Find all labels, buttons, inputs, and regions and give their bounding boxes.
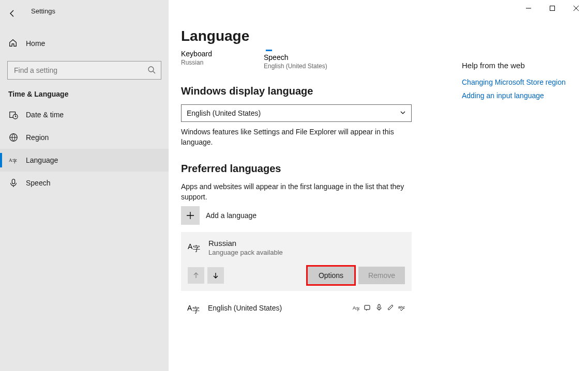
svg-text:字: 字: [356, 307, 360, 311]
nav-label: Speech: [26, 179, 50, 187]
display-language-desc: Windows features like Settings and File …: [181, 127, 409, 147]
summary-label: Speech: [264, 53, 327, 61]
svg-text:字: 字: [193, 244, 200, 253]
svg-text:A: A: [9, 158, 12, 163]
options-button[interactable]: Options: [308, 267, 354, 284]
speech-feature-icon: [375, 304, 383, 313]
svg-rect-7: [12, 179, 14, 184]
preferred-languages-desc: Apps and websites will appear in the fir…: [181, 182, 409, 202]
add-language-button[interactable]: Add a language: [181, 206, 576, 225]
svg-point-0: [148, 67, 154, 72]
language-feature-icons: A字 abc: [353, 304, 405, 313]
language-glyph-icon: A字: [188, 240, 202, 254]
nav-label: Date & time: [26, 111, 64, 119]
microphone-icon: [8, 178, 19, 188]
svg-rect-9: [550, 6, 555, 11]
sidebar-item-language[interactable]: A字 Language: [0, 149, 169, 172]
language-name: Russian: [208, 239, 283, 248]
svg-line-1: [153, 71, 155, 73]
spellcheck-feature-icon: abc: [398, 304, 405, 313]
search-box[interactable]: [7, 61, 161, 80]
summary-label: Keyboard: [181, 50, 243, 58]
search-icon: [147, 66, 156, 75]
svg-text:字: 字: [192, 306, 200, 314]
svg-text:字: 字: [12, 159, 17, 164]
help-heading: Help from the web: [462, 61, 576, 70]
display-language-select[interactable]: English (United States): [181, 104, 412, 122]
sidebar-home[interactable]: Home: [0, 32, 169, 55]
close-button[interactable]: [564, 0, 588, 17]
svg-rect-17: [378, 304, 380, 308]
language-item-english-us[interactable]: A字 English (United States) A字 abc: [181, 296, 412, 320]
search-input[interactable]: [13, 66, 147, 75]
sidebar-item-date-time[interactable]: Date & time: [0, 103, 169, 126]
move-up-button[interactable]: [188, 267, 204, 284]
help-link-store-region[interactable]: Changing Microsoft Store region: [462, 78, 576, 86]
summary-keyboard[interactable]: Keyboard Russian: [181, 50, 243, 70]
language-glyph-icon: A字: [187, 301, 202, 316]
preferred-languages-heading: Preferred languages: [181, 163, 576, 175]
display-language-value: English (United States): [187, 109, 261, 117]
svg-text:abc: abc: [398, 305, 405, 310]
window-title: Settings: [31, 7, 55, 15]
tts-feature-icon: [364, 304, 371, 313]
back-button[interactable]: [0, 5, 25, 22]
sidebar-section: Time & Language: [0, 80, 169, 103]
calendar-clock-icon: [8, 110, 19, 119]
chevron-down-icon: [400, 109, 406, 117]
sidebar-home-label: Home: [26, 39, 45, 48]
move-down-button[interactable]: [207, 267, 224, 284]
add-language-label: Add a language: [206, 211, 257, 220]
speech-indicator: [266, 50, 272, 51]
help-link-input-language[interactable]: Adding an input language: [462, 91, 576, 100]
maximize-button[interactable]: [540, 0, 564, 17]
remove-button[interactable]: Remove: [358, 267, 405, 284]
minimize-button[interactable]: [517, 0, 540, 17]
svg-rect-16: [365, 305, 370, 310]
summary-speech[interactable]: Speech English (United States): [264, 50, 327, 70]
nav-label: Language: [26, 156, 58, 164]
sidebar-item-speech[interactable]: Speech: [0, 172, 169, 194]
handwriting-feature-icon: [387, 304, 394, 313]
nav-label: Region: [26, 133, 49, 142]
language-name: English (United States): [208, 304, 282, 312]
home-icon: [8, 38, 19, 49]
language-icon: A字: [8, 156, 19, 165]
summary-value: English (United States): [264, 63, 327, 70]
sidebar-item-region[interactable]: Region: [0, 126, 169, 149]
language-item-russian[interactable]: A字 Russian Language pack available: [181, 232, 412, 291]
plus-icon: [181, 206, 200, 225]
language-subtitle: Language pack available: [208, 249, 283, 256]
page-title: Language: [181, 28, 576, 44]
display-lang-feature-icon: A字: [353, 304, 360, 313]
globe-icon: [8, 133, 19, 142]
svg-text:A: A: [187, 304, 192, 312]
summary-value: Russian: [181, 59, 243, 66]
svg-text:A: A: [188, 242, 193, 251]
